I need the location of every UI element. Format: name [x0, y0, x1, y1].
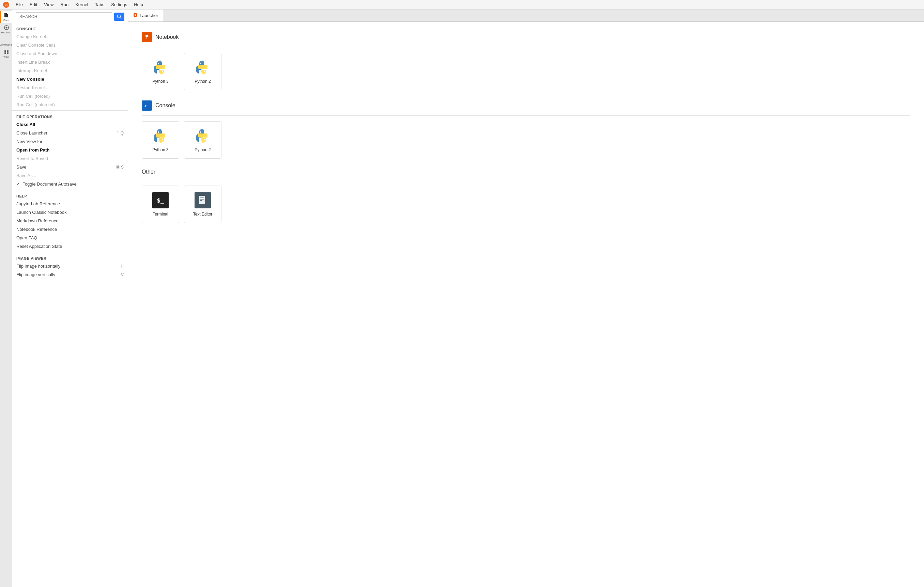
cmd-run-cell-forced: Run Cell (forced): [12, 92, 128, 100]
activity-files[interactable]: Files: [0, 11, 12, 23]
console-section-label: Console: [155, 102, 175, 109]
python3-notebook-label: Python 3: [152, 79, 168, 84]
search-icon: [117, 14, 122, 19]
svg-point-2: [5, 26, 7, 28]
cmd-run-cell-unforced: Run Cell (unforced): [12, 100, 128, 109]
section-header-file-ops: FILE OPERATIONS: [12, 112, 128, 120]
cmd-revert-to-saved: Revert to Saved: [12, 154, 128, 163]
activity-tabs[interactable]: Tabs: [0, 48, 12, 60]
divider-2: [12, 190, 128, 190]
section-header-image-viewer: IMAGE VIEWER: [12, 254, 128, 262]
cmd-launch-classic[interactable]: Launch Classic Notebook: [12, 208, 128, 217]
menu-help[interactable]: Help: [130, 2, 147, 8]
cmd-save[interactable]: Save ⌘ S: [12, 163, 128, 171]
launcher-other-title: Other: [142, 169, 910, 175]
menu-edit[interactable]: Edit: [26, 2, 41, 8]
svg-point-7: [117, 15, 120, 18]
notebook-grid: Python 3: [142, 53, 910, 90]
shortcut-flip-v: V: [121, 272, 124, 277]
cmd-close-all[interactable]: Close All: [12, 120, 128, 129]
menu-run[interactable]: Run: [57, 2, 72, 8]
svg-point-19: [204, 139, 205, 140]
cmd-open-from-path[interactable]: Open from Path: [12, 146, 128, 154]
terminal-icon: $_: [152, 192, 169, 208]
app-logo: [3, 2, 10, 8]
divider-3: [12, 252, 128, 252]
search-area: [12, 10, 128, 24]
notebook-section-label: Notebook: [155, 34, 179, 40]
cmd-notebook-ref[interactable]: Notebook Reference: [12, 225, 128, 233]
menu-file[interactable]: File: [12, 2, 26, 8]
svg-point-12: [162, 71, 163, 72]
launcher-card-terminal[interactable]: $_ Terminal: [142, 186, 179, 223]
activity-running[interactable]: Running: [0, 23, 12, 35]
section-header-help: HELP: [12, 191, 128, 199]
svg-point-16: [158, 132, 159, 133]
notebook-section-icon: [142, 32, 152, 42]
main-layout: Files Running Commands Tabs: [0, 10, 924, 587]
console-section-icon: >_: [142, 100, 152, 111]
other-grid: $_ Terminal Text Editor: [142, 186, 910, 223]
menubar: File Edit View Run Kernel Tabs Settings …: [0, 0, 924, 10]
menu-kernel[interactable]: Kernel: [72, 2, 92, 8]
shortcut-flip-h: H: [120, 264, 124, 269]
menu-view[interactable]: View: [41, 2, 57, 8]
launcher: Notebook: [128, 22, 924, 587]
python3-console-icon: [152, 128, 169, 144]
divider-1: [12, 110, 128, 111]
cmd-flip-vertical[interactable]: Flip image vertically V: [12, 270, 128, 279]
terminal-label: Terminal: [153, 212, 168, 217]
svg-rect-4: [7, 50, 8, 52]
menu-tabs[interactable]: Tabs: [92, 2, 108, 8]
tab-launcher-label: Launcher: [140, 13, 158, 18]
search-button[interactable]: [114, 13, 124, 21]
shortcut-save: ⌘ S: [116, 165, 124, 169]
menu-settings[interactable]: Settings: [108, 2, 130, 8]
cmd-clear-console: Clear Console Cells: [12, 41, 128, 49]
console-grid: Python 3: [142, 121, 910, 159]
cmd-restart-kernel: Restart Kernel...: [12, 84, 128, 92]
cmd-new-view-for[interactable]: New View for: [12, 137, 128, 146]
texteditor-label: Text Editor: [193, 212, 213, 217]
launcher-card-python2-notebook[interactable]: Python 2: [184, 53, 221, 90]
svg-marker-10: [145, 35, 148, 38]
launcher-card-python3-console[interactable]: Python 3: [142, 121, 179, 159]
section-header-console: CONSOLE: [12, 24, 128, 32]
python2-notebook-icon: [195, 59, 211, 76]
launcher-tab-icon: [133, 13, 138, 18]
cmd-interrupt-kernel: Interrupt Kernel: [12, 66, 128, 75]
launcher-card-python3-notebook[interactable]: Python 3: [142, 53, 179, 90]
cmd-markdown-ref[interactable]: Markdown Reference: [12, 217, 128, 225]
check-icon: ✓: [16, 181, 20, 187]
cmd-flip-horizontal[interactable]: Flip image horizontally H: [12, 262, 128, 270]
launcher-notebook-title: Notebook: [142, 32, 910, 42]
cmd-reset-app-state[interactable]: Reset Application State: [12, 242, 128, 251]
cmd-toggle-autosave[interactable]: ✓ Toggle Document Autosave: [12, 180, 128, 188]
launcher-card-python2-console[interactable]: Python 2: [184, 121, 221, 159]
content-area: Launcher Notebook: [128, 10, 924, 587]
python3-console-label: Python 3: [152, 148, 168, 152]
shortcut-close-launcher: ⌃ Q: [116, 131, 124, 135]
python2-notebook-label: Python 2: [195, 79, 211, 84]
other-divider: [142, 180, 910, 180]
svg-line-8: [120, 18, 122, 19]
python3-notebook-icon: [152, 59, 169, 76]
cmd-jupyterlab-ref[interactable]: JupyterLab Reference: [12, 199, 128, 208]
search-input[interactable]: [16, 12, 112, 21]
launcher-card-texteditor[interactable]: Text Editor: [184, 186, 221, 223]
sidebar: CONSOLE Change Kernel... Clear Console C…: [12, 10, 128, 587]
tab-launcher[interactable]: Launcher: [128, 10, 163, 21]
svg-rect-6: [7, 53, 8, 54]
texteditor-icon: [195, 192, 211, 208]
cmd-close-launcher[interactable]: Close Launcher ⌃ Q: [12, 129, 128, 137]
tab-bar: Launcher: [128, 10, 924, 22]
activity-commands[interactable]: Commands: [0, 35, 12, 48]
svg-text:>_: >_: [144, 104, 150, 108]
svg-point-18: [200, 132, 201, 133]
svg-rect-3: [5, 50, 6, 52]
svg-point-14: [204, 71, 205, 72]
cmd-new-console[interactable]: New Console: [12, 75, 128, 84]
cmd-open-faq[interactable]: Open FAQ: [12, 233, 128, 242]
launcher-console-title: >_ Console: [142, 100, 910, 111]
svg-point-13: [200, 63, 201, 64]
